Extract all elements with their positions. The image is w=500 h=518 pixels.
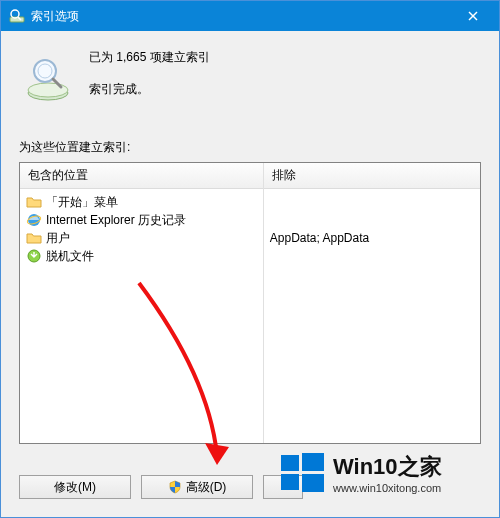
locations-list: 包含的位置 「开始」菜单 Internet Explorer 历史记录 [19,162,481,444]
modify-label: 修改(M) [54,479,96,496]
folder-icon [26,194,42,210]
close-button[interactable] [455,4,491,28]
advanced-button[interactable]: 高级(D) [141,475,253,499]
list-item [270,211,474,229]
list-item: AppData; AppData [270,229,474,247]
excluded-value: AppData; AppData [270,231,369,245]
list-item[interactable]: 脱机文件 [26,247,257,265]
modify-button[interactable]: 修改(M) [19,475,131,499]
truncated-button[interactable] [263,475,303,499]
button-bar: 修改(M) 高级(D) [19,475,303,499]
index-done-line: 索引完成。 [89,79,210,101]
locations-label: 为这些位置建立索引: [19,139,481,156]
included-header: 包含的位置 [20,163,263,189]
list-item[interactable]: 「开始」菜单 [26,193,257,211]
advanced-label: 高级(D) [186,479,227,496]
included-column: 包含的位置 「开始」菜单 Internet Explorer 历史记录 [20,163,264,443]
indexing-options-window: 索引选项 已为 1,665 项建立索引 索引完成。 为这些位 [0,0,500,518]
excluded-column: 排除 AppData; AppData [264,163,480,443]
list-item-label: 脱机文件 [46,248,94,265]
index-count-line: 已为 1,665 项建立索引 [89,47,210,69]
list-item[interactable]: Internet Explorer 历史记录 [26,211,257,229]
titlebar: 索引选项 [1,1,499,31]
ie-icon [26,212,42,228]
list-item [270,247,474,265]
offline-files-icon [26,248,42,264]
list-item [270,193,474,211]
indexing-big-icon [23,53,73,103]
svg-point-6 [28,83,68,97]
list-item[interactable]: 用户 [26,229,257,247]
folder-icon [26,230,42,246]
list-item-label: 「开始」菜单 [46,194,118,211]
list-item-label: Internet Explorer 历史记录 [46,212,186,229]
window-title: 索引选项 [31,8,79,25]
list-item-label: 用户 [46,230,70,247]
client-area: 已为 1,665 项建立索引 索引完成。 为这些位置建立索引: 包含的位置 「开… [1,31,499,517]
excluded-header: 排除 [264,163,480,189]
index-icon [9,8,25,24]
shield-icon [168,480,182,494]
